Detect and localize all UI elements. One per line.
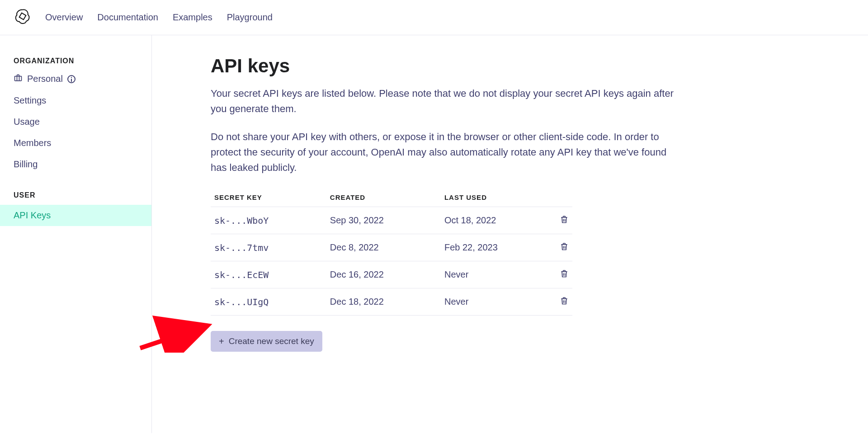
page-intro-1: Your secret API keys are listed below. P… xyxy=(211,86,676,117)
cell-secret-key: sk-...WboY xyxy=(211,207,326,234)
sidebar-heading-organization: ORGANIZATION xyxy=(0,57,151,71)
cell-secret-key: sk-...7tmv xyxy=(211,234,326,261)
page-intro-2: Do not share your API key with others, o… xyxy=(211,129,676,175)
nav-playground[interactable]: Playground xyxy=(227,12,273,23)
trash-icon xyxy=(560,243,569,253)
nav-documentation[interactable]: Documentation xyxy=(97,12,158,23)
sidebar-item-members[interactable]: Members xyxy=(0,132,151,154)
nav-examples[interactable]: Examples xyxy=(173,12,212,23)
create-secret-key-button[interactable]: + Create new secret key xyxy=(211,331,322,352)
top-nav: Overview Documentation Examples Playgrou… xyxy=(0,0,868,35)
table-row: sk-...EcEWDec 16, 2022Never xyxy=(211,261,572,288)
nav-overview[interactable]: Overview xyxy=(45,12,83,23)
svg-rect-0 xyxy=(15,76,22,81)
col-last-used: LAST USED xyxy=(441,188,554,207)
cell-last-used: Never xyxy=(441,261,554,288)
openai-logo-icon xyxy=(14,8,31,27)
col-secret-key: SECRET KEY xyxy=(211,188,326,207)
sidebar-item-billing[interactable]: Billing xyxy=(0,154,151,175)
sidebar-item-usage[interactable]: Usage xyxy=(0,111,151,132)
sidebar-heading-user: USER xyxy=(0,191,151,205)
cell-last-used: Feb 22, 2023 xyxy=(441,234,554,261)
cell-secret-key: sk-...EcEW xyxy=(211,261,326,288)
page-title: API keys xyxy=(211,55,694,77)
org-selector[interactable]: Personal xyxy=(0,71,151,90)
trash-icon xyxy=(560,297,569,307)
main-content: API keys Your secret API keys are listed… xyxy=(152,35,694,433)
cell-created: Dec 16, 2022 xyxy=(326,261,441,288)
table-row: sk-...WboYSep 30, 2022Oct 18, 2022 xyxy=(211,207,572,234)
create-secret-key-label: Create new secret key xyxy=(229,336,314,346)
cell-created: Dec 8, 2022 xyxy=(326,234,441,261)
delete-key-button[interactable] xyxy=(560,270,569,280)
trash-icon xyxy=(560,216,569,226)
cell-last-used: Oct 18, 2022 xyxy=(441,207,554,234)
cell-secret-key: sk-...UIgQ xyxy=(211,288,326,316)
table-row: sk-...7tmvDec 8, 2022Feb 22, 2023 xyxy=(211,234,572,261)
api-keys-table: SECRET KEY CREATED LAST USED sk-...WboYS… xyxy=(211,188,572,316)
cell-last-used: Never xyxy=(441,288,554,316)
cell-created: Dec 18, 2022 xyxy=(326,288,441,316)
plus-icon: + xyxy=(219,337,224,346)
cell-created: Sep 30, 2022 xyxy=(326,207,441,234)
sidebar-item-settings[interactable]: Settings xyxy=(0,90,151,111)
info-icon xyxy=(67,75,75,83)
sidebar: ORGANIZATION Personal Settings Usage Mem… xyxy=(0,35,152,433)
trash-icon xyxy=(560,270,569,280)
col-created: CREATED xyxy=(326,188,441,207)
delete-key-button[interactable] xyxy=(560,297,569,307)
delete-key-button[interactable] xyxy=(560,243,569,253)
table-row: sk-...UIgQDec 18, 2022Never xyxy=(211,288,572,316)
delete-key-button[interactable] xyxy=(560,216,569,226)
sidebar-item-api-keys[interactable]: API Keys xyxy=(0,205,151,226)
org-name: Personal xyxy=(27,74,63,84)
briefcase-icon xyxy=(14,73,23,85)
